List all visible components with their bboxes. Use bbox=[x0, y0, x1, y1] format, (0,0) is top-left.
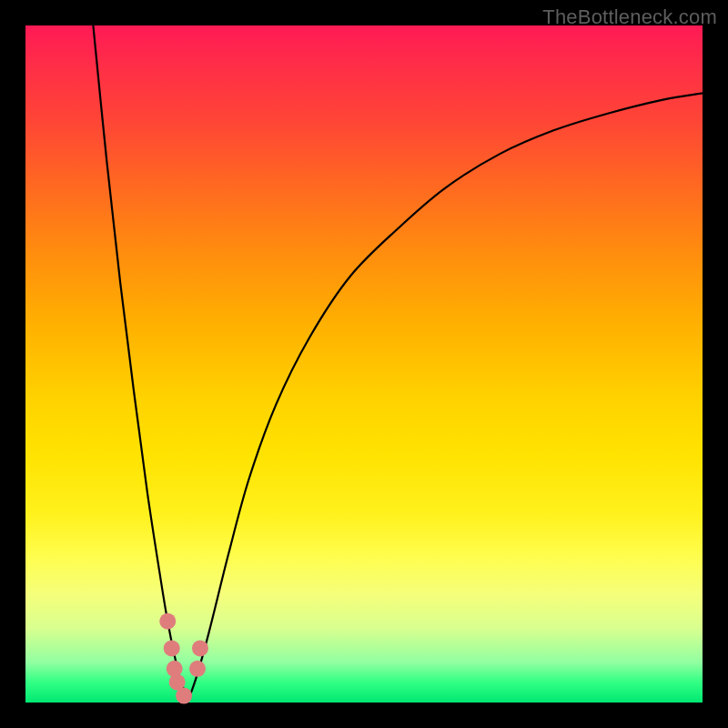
data-point bbox=[189, 661, 206, 677]
data-point bbox=[159, 613, 176, 630]
bottleneck-curve bbox=[93, 25, 703, 696]
plot-area bbox=[25, 25, 703, 703]
watermark-text: TheBottleneck.com bbox=[542, 5, 717, 29]
data-point bbox=[192, 640, 208, 656]
curve-layer bbox=[25, 25, 703, 703]
data-point bbox=[176, 688, 192, 704]
data-point bbox=[167, 661, 183, 677]
chart-frame: TheBottleneck.com bbox=[0, 0, 728, 728]
data-point bbox=[164, 640, 180, 656]
